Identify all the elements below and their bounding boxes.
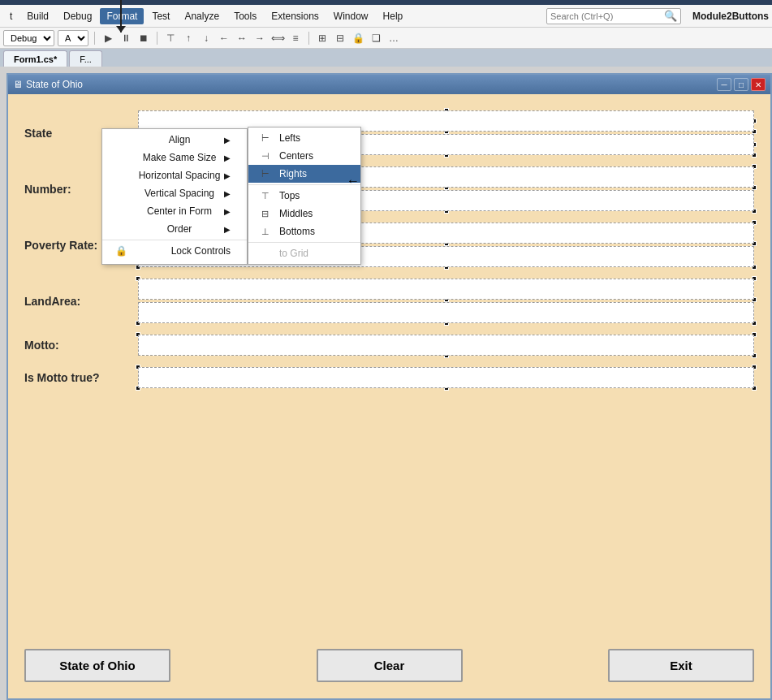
align-middles[interactable]: ⊟ Middles bbox=[248, 205, 360, 223]
motto-controls bbox=[138, 335, 754, 356]
align-sep-2 bbox=[248, 242, 360, 243]
state-of-ohio-button[interactable]: State of Ohio bbox=[24, 649, 170, 682]
align-submenu-arrow: ▶ bbox=[224, 136, 231, 145]
motto-label: Motto: bbox=[24, 339, 138, 352]
toolbar-icon-2[interactable]: ⏸ bbox=[119, 31, 133, 45]
format-menu-overlay: Align ▶ Make Same Size ▶ Horizontal Spac… bbox=[101, 128, 361, 265]
toolbar-icon-arrange[interactable]: ❑ bbox=[369, 31, 383, 45]
bottoms-icon: ⊥ bbox=[261, 227, 279, 237]
menu-item-build[interactable]: Build bbox=[20, 8, 55, 24]
toolbar-icon-bottom[interactable]: ↓ bbox=[199, 31, 213, 45]
toolbar-icon-lock[interactable]: 🔒 bbox=[351, 31, 365, 45]
menu-item-extensions[interactable]: Extensions bbox=[265, 8, 326, 24]
tab-form1[interactable]: Form1.cs* bbox=[3, 50, 67, 67]
minimize-button[interactable]: ─ bbox=[717, 78, 731, 91]
maximize-button[interactable]: □ bbox=[734, 78, 748, 91]
form-titlebar: 🖥 State of Ohio ─ □ ✕ bbox=[8, 75, 770, 94]
toolbar-icon-snap[interactable]: ⊟ bbox=[333, 31, 347, 45]
format-menu-hspacing-label: Horizontal Spacing bbox=[139, 170, 221, 181]
format-menu-order[interactable]: Order ▶ bbox=[102, 220, 247, 238]
field-row-mottotrue: Is Motto true? bbox=[24, 359, 754, 391]
align-centers-label: Centers bbox=[279, 150, 313, 162]
field-row-motto: Motto: bbox=[24, 326, 754, 359]
motto-input[interactable] bbox=[138, 335, 754, 356]
format-menu-order-label: Order bbox=[167, 223, 192, 235]
align-tops[interactable]: ⊤ Tops bbox=[248, 187, 360, 205]
mottotrue-input[interactable] bbox=[138, 367, 754, 388]
search-box[interactable]: 🔍 bbox=[546, 8, 681, 24]
toolbar-icon-align[interactable]: ⊤ bbox=[163, 31, 178, 45]
landarea-input-2[interactable] bbox=[138, 302, 754, 323]
toolbar-icon-stretch[interactable]: ⟺ bbox=[270, 31, 285, 45]
toolbar-icon-more[interactable]: … bbox=[386, 31, 401, 45]
makesize-submenu-arrow: ▶ bbox=[224, 153, 231, 162]
mottotrue-controls bbox=[138, 367, 754, 388]
align-lefts[interactable]: ⊢ Lefts bbox=[248, 129, 360, 147]
toolbar-icon-left[interactable]: ← bbox=[217, 31, 231, 45]
module-label: Module2Buttons bbox=[692, 11, 769, 22]
middles-icon: ⊟ bbox=[261, 209, 279, 219]
toolbar-combo-a[interactable]: A bbox=[58, 30, 88, 46]
toolbar-icon-grid[interactable]: ⊞ bbox=[315, 31, 330, 45]
align-lefts-label: Lefts bbox=[279, 132, 300, 144]
tab-f[interactable]: F... bbox=[69, 50, 102, 67]
align-rights-label: Rights bbox=[279, 168, 307, 179]
format-menu-centerform-label: Center in Form bbox=[147, 205, 212, 217]
toolbar-icon-right[interactable]: → bbox=[252, 31, 267, 45]
align-tops-label: Tops bbox=[279, 190, 300, 201]
toolbar-icon-top[interactable]: ↑ bbox=[181, 31, 196, 45]
lefts-icon: ⊢ bbox=[261, 133, 279, 144]
toolbar-icon-center-h[interactable]: ↔ bbox=[235, 31, 249, 45]
centerform-submenu-arrow: ▶ bbox=[224, 207, 231, 216]
toolbar-icon-equal[interactable]: ≡ bbox=[288, 31, 303, 45]
format-menu-makesize[interactable]: Make Same Size ▶ bbox=[102, 149, 247, 166]
order-submenu-arrow: ▶ bbox=[224, 225, 231, 234]
align-middles-label: Middles bbox=[279, 208, 313, 219]
vspacing-submenu-arrow: ▶ bbox=[224, 189, 231, 198]
toolbar-combo-debug[interactable]: Debug bbox=[3, 30, 54, 46]
toolbar-separator-1 bbox=[94, 32, 95, 45]
format-menu-lock[interactable]: 🔒 Lock Controls bbox=[102, 242, 247, 260]
tops-icon: ⊤ bbox=[261, 191, 279, 201]
align-sep-1 bbox=[248, 184, 360, 185]
align-rights[interactable]: ⊢ Rights bbox=[248, 165, 360, 183]
format-menu-align[interactable]: Align ▶ bbox=[102, 131, 247, 149]
toolbar-icon-3[interactable]: ⏹ bbox=[136, 31, 151, 45]
align-togrid: to Grid bbox=[248, 244, 360, 262]
toolbar-separator-3 bbox=[308, 32, 309, 45]
landarea-input-1[interactable] bbox=[138, 279, 754, 300]
format-menu-align-label: Align bbox=[169, 134, 191, 145]
format-menu-sep bbox=[102, 240, 247, 240]
clear-button[interactable]: Clear bbox=[317, 649, 463, 682]
menu-item-debug[interactable]: Debug bbox=[57, 8, 98, 24]
toolbar-icon-1[interactable]: ▶ bbox=[101, 31, 115, 45]
menu-item-help[interactable]: Help bbox=[377, 8, 410, 24]
exit-button[interactable]: Exit bbox=[608, 649, 754, 682]
menu-item-window[interactable]: Window bbox=[327, 8, 375, 24]
toolbar-separator-2 bbox=[157, 32, 157, 45]
menu-item-format[interactable]: Format bbox=[100, 8, 144, 24]
rights-icon: ⊢ bbox=[261, 169, 279, 179]
close-button[interactable]: ✕ bbox=[751, 78, 766, 91]
landarea-controls bbox=[138, 279, 754, 323]
menu-bar: t Build Debug Format Test Analyze Tools … bbox=[0, 5, 772, 28]
lock-icon: 🔒 bbox=[115, 245, 132, 257]
menu-item-test[interactable]: Test bbox=[145, 8, 176, 24]
hspacing-submenu-arrow: ▶ bbox=[224, 171, 231, 180]
menu-item-t[interactable]: t bbox=[3, 8, 19, 24]
menu-item-analyze[interactable]: Analyze bbox=[178, 8, 226, 24]
landarea-label: LandArea: bbox=[24, 295, 138, 308]
motto-input-wrapper-1 bbox=[138, 335, 754, 356]
landarea-input-wrapper-2 bbox=[138, 302, 754, 323]
align-bottoms-label: Bottoms bbox=[279, 226, 315, 237]
menu-item-tools[interactable]: Tools bbox=[227, 8, 263, 24]
field-row-landarea: LandArea: bbox=[24, 270, 754, 326]
format-menu-hspacing[interactable]: Horizontal Spacing ▶ bbox=[102, 166, 247, 184]
format-menu-vspacing[interactable]: Vertical Spacing ▶ bbox=[102, 184, 247, 202]
align-centers[interactable]: ⊣ Centers bbox=[248, 147, 360, 165]
format-menu-centerform[interactable]: Center in Form ▶ bbox=[102, 202, 247, 220]
search-input[interactable] bbox=[550, 11, 664, 21]
mottotrue-label: Is Motto true? bbox=[24, 371, 138, 384]
form-titlebar-buttons: ─ □ ✕ bbox=[717, 78, 766, 91]
align-bottoms[interactable]: ⊥ Bottoms bbox=[248, 223, 360, 240]
